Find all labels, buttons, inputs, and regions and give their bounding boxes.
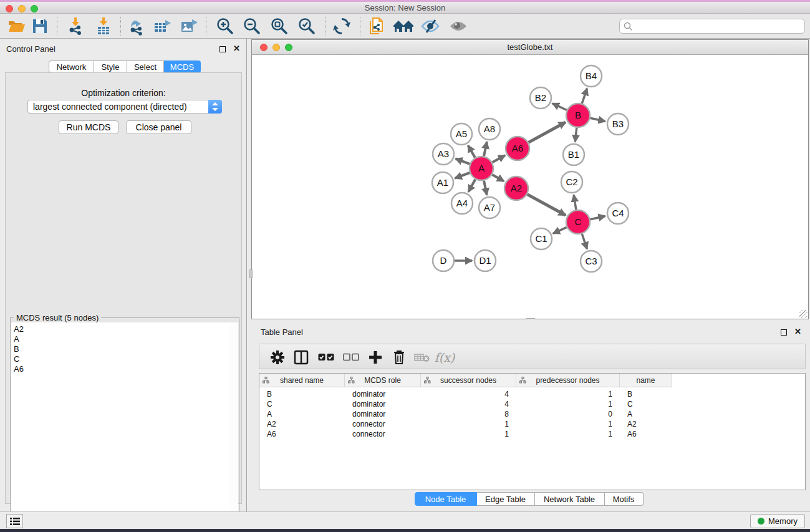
cell-name[interactable]: C [620,399,672,409]
deselect-checkboxes-icon[interactable] [340,347,362,368]
duplicate-network-icon[interactable] [367,16,388,37]
cell-name[interactable]: B [620,389,672,399]
cell-MCDS-role[interactable]: connector [345,429,421,439]
graph-node-D[interactable]: D [433,250,454,271]
tab-mcds[interactable]: MCDS [164,60,201,73]
graph-node-C[interactable]: C [566,210,590,234]
network-resize-grip[interactable] [799,310,808,318]
cell-predecessor-nodes[interactable]: 0 [516,409,620,419]
close-panel-icon[interactable]: ✕ [233,44,240,53]
cell-shared-name[interactable]: A2 [259,419,345,429]
show-eye-icon[interactable] [448,16,469,37]
cell-predecessor-nodes[interactable]: 1 [516,419,620,429]
column-header-name[interactable]: name [620,374,672,387]
zoom-out-icon[interactable] [241,16,263,37]
result-item-C[interactable]: C [14,354,230,364]
home-views-icon[interactable] [393,16,414,37]
refresh-icon[interactable] [331,16,352,37]
graph-node-B2[interactable]: B2 [530,87,551,109]
cell-name[interactable]: A6 [620,429,672,439]
save-session-icon[interactable] [29,16,51,37]
cell-successor-nodes[interactable]: 4 [421,399,516,409]
optimization-criterion-dropdown[interactable]: largest connected component (directed) [27,100,222,114]
graph-node-C4[interactable]: C4 [607,203,629,224]
graph-node-C3[interactable]: C3 [581,251,602,272]
delete-column-icon[interactable] [388,347,410,368]
search-input[interactable] [635,20,801,32]
cell-successor-nodes[interactable]: 1 [421,419,516,429]
run-mcds-button[interactable]: Run MCDS [59,120,118,134]
graph-node-C2[interactable]: C2 [561,172,582,193]
tab-edge-table[interactable]: Edge Table [477,492,535,506]
tab-network-table[interactable]: Network Table [535,492,605,506]
search-field[interactable] [619,19,805,34]
import-network-icon[interactable] [65,16,86,37]
graph-node-A8[interactable]: A8 [479,118,500,140]
open-session-icon[interactable] [6,16,27,37]
result-item-B[interactable]: B [14,344,230,354]
task-history-button[interactable] [6,514,23,528]
add-column-icon[interactable] [365,347,386,368]
cell-shared-name[interactable]: A [259,409,345,419]
graph-node-A5[interactable]: A5 [451,123,472,145]
zoom-fit-icon[interactable] [269,16,290,37]
network-graph[interactable]: AA1A2A3A4A5A6A7A8BB1B2B3B4CC1C2C3C4DD1 [252,55,808,319]
export-table-icon[interactable] [152,16,173,37]
cell-name[interactable]: A [620,409,672,419]
split-columns-icon[interactable] [291,347,312,368]
cell-shared-name[interactable]: C [259,399,345,409]
graph-node-C1[interactable]: C1 [531,228,552,249]
result-item-A6[interactable]: A6 [14,364,230,374]
tab-select[interactable]: Select [127,60,164,73]
graph-node-D1[interactable]: D1 [475,250,496,271]
tab-node-table[interactable]: Node Table [415,492,477,506]
zoom-in-icon[interactable] [215,16,236,37]
graph-node-A7[interactable]: A7 [479,197,500,218]
table-row-A6[interactable]: A6connector11A6 [259,429,805,439]
export-image-icon[interactable] [179,16,200,37]
graph-node-A[interactable]: A [470,157,493,180]
float-panel-icon[interactable] [781,329,787,336]
result-item-A2[interactable]: A2 [14,324,230,334]
tab-style[interactable]: Style [94,60,127,73]
cell-predecessor-nodes[interactable]: 1 [516,399,620,409]
memory-button[interactable]: Memory [750,514,805,528]
result-scrollbar[interactable] [230,322,238,531]
hide-eye-icon[interactable] [420,16,441,37]
mcds-result-list[interactable]: A2ABCA6 [11,322,231,531]
graph-node-B1[interactable]: B1 [563,144,584,165]
cell-name[interactable]: A2 [620,419,672,429]
cell-successor-nodes[interactable]: 1 [421,429,516,439]
cell-MCDS-role[interactable]: dominator [345,389,421,399]
table-row-B[interactable]: Bdominator41B [259,389,805,399]
cell-predecessor-nodes[interactable]: 1 [516,389,620,399]
graph-node-A2[interactable]: A2 [504,177,528,200]
table-row-A2[interactable]: A2connector11A2 [259,419,805,429]
column-header-MCDS-role[interactable]: MCDS role [345,374,421,387]
graph-node-B[interactable]: B [566,104,590,127]
cell-successor-nodes[interactable]: 8 [421,409,516,419]
column-header-successor-nodes[interactable]: successor nodes [421,374,516,387]
export-network-icon[interactable] [126,16,147,37]
result-item-A[interactable]: A [14,334,230,344]
graph-node-B3[interactable]: B3 [607,114,629,135]
zoom-selected-icon[interactable] [296,16,317,37]
graph-node-A6[interactable]: A6 [506,137,529,160]
column-header-shared-name[interactable]: shared name [259,374,345,387]
cell-shared-name[interactable]: A6 [259,429,345,439]
import-table-icon[interactable] [93,16,114,37]
cell-shared-name[interactable]: B [259,389,345,399]
network-window-titlebar[interactable]: testGlobe.txt [252,40,808,55]
graph-node-A4[interactable]: A4 [451,193,473,214]
select-all-checkboxes-icon[interactable] [316,347,337,368]
table-row-A[interactable]: Adominator80A [259,409,805,419]
gear-icon[interactable] [267,347,288,368]
column-header-predecessor-nodes[interactable]: predecessor nodes [516,374,620,387]
graph-node-A3[interactable]: A3 [433,143,454,165]
graph-node-A1[interactable]: A1 [432,172,453,193]
table-row-C[interactable]: Cdominator41C [259,399,805,409]
tab-network[interactable]: Network [49,60,94,73]
float-panel-icon[interactable] [219,46,226,52]
tab-motifs[interactable]: Motifs [605,492,644,506]
cell-predecessor-nodes[interactable]: 1 [516,429,620,439]
